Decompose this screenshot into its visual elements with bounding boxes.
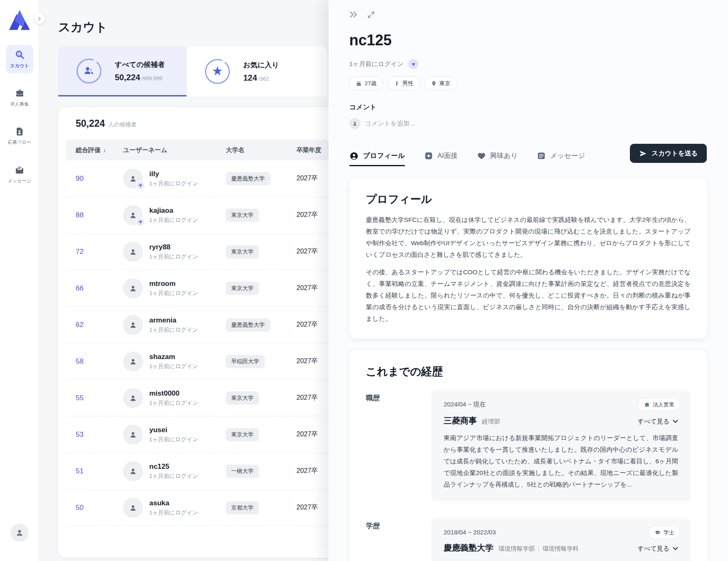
person-icon [129,321,137,329]
chevron-right-icon [37,17,42,21]
see-all-work-link[interactable]: すべて見る [638,418,678,426]
work-history-entry: 2024/04 ~ 現在 法人営業 三菱商事 経理部 [431,390,691,501]
work-history-section: 職歴 2024/04 ~ 現在 法人営業 三菱商事 経理部 [366,390,691,501]
table-row[interactable]: 62 armenia 1ヶ月前にログイン 慶應義塾大学 2027卒 [66,307,328,343]
star-icon: ★ [212,65,223,77]
add-comment-field[interactable]: コメントを追加... [349,118,415,129]
university-badge: 京都大学 [226,501,259,514]
grad-year: 2027卒 [296,320,328,329]
avatar [123,278,143,298]
briefcase-icon [644,402,650,408]
candidate-username: ryry88 [149,243,198,251]
sidebar-expand-button[interactable] [34,13,45,24]
candidate-username: illy [149,170,198,178]
person-icon [129,175,137,183]
avatar [123,388,143,408]
person-icon [129,394,137,402]
faculty-name: 環境情報学部環境情報学科 [498,545,579,553]
grad-year: 2027卒 [296,394,328,402]
university-badge: 慶應義塾大学 [226,172,270,185]
table-row[interactable]: 51 nc125 1ヶ月前にログイン 一橋大学 2027卒 [66,453,328,490]
candidate-score: 53 [76,431,123,439]
age-badge: 27歳 [349,76,383,90]
send-scout-button[interactable]: スカウトを送る [630,144,707,163]
university-badge: 早稲田大学 [226,355,265,368]
tab-total: /999,999 [141,75,163,81]
app-screen: スカウト 求人募集 応募フロー [0,0,728,561]
chevron-down-icon [673,547,678,551]
table-row[interactable]: 55 mist0000 1ヶ月前にログイン 東京大学 2027卒 [66,380,328,416]
graduation-cap-icon [654,530,661,536]
tab-interested[interactable]: 興味あり [477,146,518,165]
profile-card: プロフィール 慶應義塾大学SFCに在籍し、現在は休学してビジネスの最前線で実践経… [349,178,707,339]
sidebar-item-application-flow[interactable]: 応募フロー [6,122,33,150]
column-grad-year[interactable]: 卒業年度 [296,146,328,154]
candidate-username: mist0000 [149,389,198,398]
candidate-detail-panel: nc125 1ヶ月前にログイン ♥ 27歳 男性 [328,0,728,561]
candidate-count-suffix: 人の候補者 [108,121,136,128]
education-period: 2018/04 ~ 2022/03 [444,529,678,536]
table-row[interactable]: 72 ryry88 1ヶ月前にログイン 東京大学 2027卒 [66,234,328,270]
history-card: これまでの経歴 職歴 2024/04 ~ 現在 法人営業 [349,350,707,561]
profile-paragraph: その後、あるスタートアップではCOOとして経営の中枢に関わる機会をいただきました… [366,266,691,325]
tab-profile[interactable]: プロフィール [349,146,405,165]
person-icon [129,357,137,366]
expand-panel-button[interactable] [368,11,375,18]
grad-year: 2027卒 [296,284,328,293]
education-description: 私が学生時代に最も力を入れたのは、経済学部のゼミナールにおける企業分析 [444,559,678,561]
tab-ai-interview[interactable]: AI面接 [424,146,458,165]
work-history-label: 職歴 [366,390,431,501]
grad-year: 2027卒 [296,247,328,256]
person-icon [129,211,137,219]
company-name: 三菱商事 [444,415,477,426]
candidate-last-login: 1ヶ月前にログイン [149,472,198,480]
favorite-heart-icon[interactable]: ♥ [408,59,418,69]
page-title: スカウト [58,19,108,36]
candidate-count: 50,224 [76,118,105,129]
briefcase-icon [15,88,25,98]
candidate-score: 66 [76,284,123,293]
grad-year: 2027卒 [296,211,328,219]
app-logo [8,8,31,32]
person-icon [394,81,400,86]
candidate-last-login: 1ヶ月前にログイン [149,326,198,334]
person-icon [129,467,137,475]
tab-count: 50,224 [115,73,140,82]
sidebar-item-label: 応募フロー [8,139,32,145]
table-row[interactable]: 66 mtroom 1ヶ月前にログイン 東京大学 2027卒 [66,270,328,307]
sidebar-item-messages[interactable]: メッセージ [6,160,33,188]
university-badge: 慶應義塾大学 [226,318,270,332]
column-university[interactable]: 大学名 [226,146,296,154]
tab-all-candidates[interactable]: すべての候補者 50,224/999,999 [58,47,187,96]
tab-favorites[interactable]: ★ お気に入り 124/362 [187,47,328,96]
favorite-heart-icon: ♥ [136,181,145,190]
collapse-panel-button[interactable] [349,11,358,18]
location-badge: 東京 [424,76,457,90]
user-avatar[interactable] [10,524,29,542]
column-score[interactable]: 総合評価↓ [76,146,123,154]
table-row[interactable]: 58 shazam 1ヶ月前にログイン 早稲田大学 2027卒 [66,343,328,380]
table-row[interactable]: 90 ♥ illy 1ヶ月前にログイン 慶應義塾大学 2027卒 [66,160,328,197]
avatar [123,425,143,445]
favorite-heart-icon: ♥ [136,218,145,226]
candidate-username: shazam [149,353,198,361]
sidebar-item-jobs[interactable]: 求人募集 [6,84,33,111]
table-row[interactable]: 50 asuka 1ヶ月前にログイン 京都大学 2027卒 [66,490,328,526]
progress-ring [77,59,101,84]
sidebar: スカウト 求人募集 応募フロー [0,0,39,561]
ai-sparkle-icon [424,151,433,160]
tab-message[interactable]: メッセージ [537,146,585,165]
avatar: ♥ [123,205,143,225]
sidebar-item-scout[interactable]: スカウト [6,45,33,73]
department-name: 経理部 [482,418,500,426]
table-row[interactable]: 53 yusei 1ヶ月前にログイン 東京大学 2027卒 [66,416,328,453]
comment-avatar [349,118,360,129]
table-row[interactable]: 88 ♥ kajiaoa 1ヶ月前にログイン 東京大学 2027卒 [66,197,328,234]
avatar [123,242,143,262]
see-all-education-link[interactable]: すべて見る [638,545,678,553]
column-username[interactable]: ユーザーネーム [123,146,226,154]
grad-year: 2027卒 [296,467,328,475]
university-badge: 一橋大学 [226,465,259,478]
people-icon [83,65,95,77]
candidate-username: armenia [149,316,198,325]
